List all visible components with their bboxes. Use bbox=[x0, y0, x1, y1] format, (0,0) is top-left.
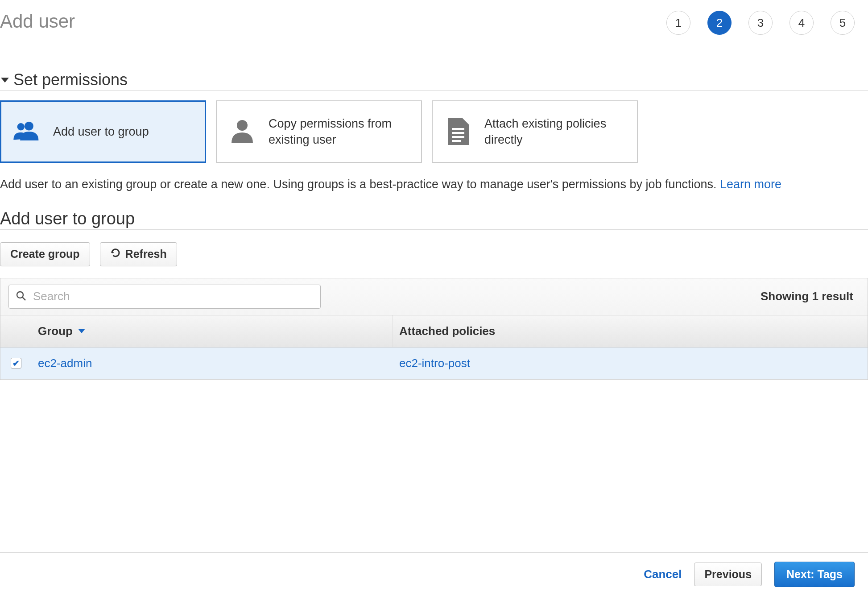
user-icon bbox=[227, 117, 257, 146]
cancel-button[interactable]: Cancel bbox=[644, 567, 682, 581]
svg-point-7 bbox=[17, 292, 23, 298]
table-header: Group Attached policies bbox=[0, 315, 868, 348]
sort-caret-icon bbox=[78, 329, 85, 333]
check-icon: ✔ bbox=[12, 358, 20, 368]
svg-rect-6 bbox=[452, 140, 461, 142]
section-header[interactable]: Set permissions bbox=[0, 70, 868, 91]
wizard-step-3[interactable]: 3 bbox=[748, 11, 773, 35]
perm-option-copy-permissions[interactable]: Copy permissions from existing user bbox=[216, 100, 422, 163]
groups-table-panel: Showing 1 result Group Attached policies… bbox=[0, 278, 868, 380]
svg-rect-5 bbox=[452, 136, 464, 138]
perm-option-label: Add user to group bbox=[53, 124, 149, 140]
footer: Cancel Previous Next: Tags bbox=[0, 552, 868, 596]
wizard-step-2[interactable]: 2 bbox=[707, 11, 732, 35]
learn-more-link[interactable]: Learn more bbox=[720, 178, 781, 191]
column-header-policies[interactable]: Attached policies bbox=[393, 315, 868, 347]
svg-line-8 bbox=[22, 297, 25, 300]
svg-point-0 bbox=[17, 123, 25, 131]
column-header-group[interactable]: Group bbox=[32, 315, 393, 347]
refresh-button[interactable]: Refresh bbox=[100, 242, 177, 266]
subtitle: Add user to group bbox=[0, 209, 868, 230]
svg-point-2 bbox=[237, 120, 248, 131]
search-input[interactable] bbox=[8, 285, 321, 309]
table-row[interactable]: ✔ ec2-admin ec2-intro-post bbox=[0, 348, 868, 380]
group-toolbar: Create group Refresh bbox=[0, 242, 868, 266]
section-title: Set permissions bbox=[13, 70, 128, 89]
create-group-button[interactable]: Create group bbox=[0, 242, 90, 266]
page-title: Add user bbox=[0, 11, 75, 32]
perm-option-add-to-group[interactable]: Add user to group bbox=[0, 100, 206, 163]
caret-down-icon bbox=[1, 78, 9, 83]
svg-rect-4 bbox=[452, 132, 464, 134]
search-icon bbox=[16, 290, 26, 303]
svg-point-1 bbox=[25, 122, 33, 131]
permission-options: Add user to group Copy permissions from … bbox=[0, 100, 868, 163]
users-icon bbox=[12, 117, 41, 146]
svg-rect-3 bbox=[452, 128, 464, 130]
previous-button[interactable]: Previous bbox=[694, 563, 762, 586]
group-name-link[interactable]: ec2-admin bbox=[38, 356, 92, 370]
refresh-icon bbox=[110, 248, 121, 261]
row-checkbox[interactable]: ✔ bbox=[11, 358, 21, 368]
wizard-step-5[interactable]: 5 bbox=[831, 11, 855, 35]
wizard-steps: 1 2 3 4 5 bbox=[666, 11, 855, 35]
next-button[interactable]: Next: Tags bbox=[774, 562, 855, 587]
perm-option-label: Copy permissions from existing user bbox=[269, 116, 410, 148]
result-count: Showing 1 result bbox=[761, 290, 860, 303]
perm-option-label: Attach existing policies directly bbox=[484, 116, 626, 148]
perm-option-attach-policies[interactable]: Attach existing policies directly bbox=[432, 100, 638, 163]
document-icon bbox=[443, 117, 473, 146]
wizard-step-1[interactable]: 1 bbox=[666, 11, 690, 35]
policy-link[interactable]: ec2-intro-post bbox=[399, 356, 470, 370]
permissions-description: Add user to an existing group or create … bbox=[0, 176, 868, 193]
wizard-step-4[interactable]: 4 bbox=[789, 11, 814, 35]
